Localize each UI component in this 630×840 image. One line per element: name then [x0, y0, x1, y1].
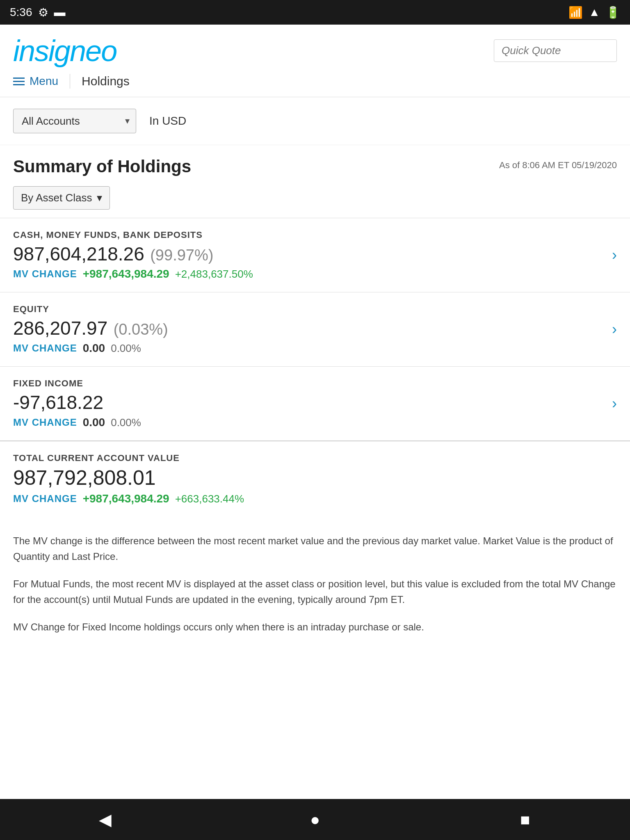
as-of-text: As of 8:06 AM ET 05/19/2020 [499, 157, 617, 171]
total-mv-row: MV CHANGE +987,643,984.29 +663,633.44% [13, 492, 617, 505]
wifi-icon: 📶 [568, 6, 583, 19]
fixed-income-mv-row: MV CHANGE 0.00 0.00% [13, 416, 617, 429]
disclaimer-1: The MV change is the difference between … [13, 533, 617, 565]
quick-quote-input[interactable] [502, 44, 630, 57]
fixed-income-chevron-icon: › [612, 395, 617, 412]
cash-mv-pct: +2,483,637.50% [175, 268, 253, 281]
signal-icon: ▲ [589, 6, 600, 19]
quick-quote-box[interactable]: 🔍 [494, 39, 617, 62]
logo: insigneo [13, 36, 116, 66]
equity-mv-pct: 0.00% [111, 342, 141, 355]
settings-icon: ⚙ [38, 6, 48, 19]
back-button[interactable]: ◀ [89, 807, 121, 832]
equity-label: EQUITY [13, 304, 617, 315]
battery-icon: 🔋 [606, 6, 620, 19]
equity-mv-value: 0.00 [83, 342, 105, 355]
asset-class-button[interactable]: By Asset Class ▾ [13, 186, 110, 210]
header: insigneo 🔍 [0, 25, 630, 66]
cash-value: 987,604,218.26 [13, 243, 144, 265]
recent-button[interactable]: ■ [509, 807, 541, 832]
disclaimer-3: MV Change for Fixed Income holdings occu… [13, 619, 617, 635]
equity-value: 286,207.97 [13, 317, 107, 339]
nav-bar: Menu Holdings [0, 66, 630, 97]
equity-mv-row: MV CHANGE 0.00 0.00% [13, 342, 617, 355]
summary-header: Summary of Holdings As of 8:06 AM ET 05/… [0, 145, 630, 180]
menu-label: Menu [30, 75, 58, 88]
equity-chevron-icon: › [612, 321, 617, 338]
home-button[interactable]: ● [299, 807, 331, 832]
status-bar: 5:36 ⚙ ▬ 📶 ▲ 🔋 [0, 0, 630, 25]
cash-section[interactable]: CASH, MONEY FUNDS, BANK DEPOSITS 987,604… [0, 218, 630, 292]
disclaimer-2: For Mutual Funds, the most recent MV is … [13, 576, 617, 608]
total-mv-pct: +663,633.44% [175, 493, 244, 505]
cash-mv-label: MV CHANGE [13, 268, 77, 280]
account-select[interactable]: All Accounts [13, 109, 136, 133]
cash-value-row: 987,604,218.26 (99.97%) [13, 243, 617, 265]
account-row: All Accounts ▾ In USD [0, 97, 630, 145]
fixed-income-mv-pct: 0.00% [111, 416, 141, 429]
total-label: TOTAL CURRENT ACCOUNT VALUE [13, 453, 617, 463]
total-mv-label: MV CHANGE [13, 493, 77, 504]
total-section: TOTAL CURRENT ACCOUNT VALUE 987,792,808.… [0, 441, 630, 517]
fixed-income-label: FIXED INCOME [13, 378, 617, 389]
status-left: 5:36 ⚙ ▬ [10, 6, 66, 19]
status-right: 📶 ▲ 🔋 [568, 6, 620, 19]
asset-class-label: By Asset Class [21, 192, 92, 204]
summary-title: Summary of Holdings [13, 157, 191, 176]
cash-label: CASH, MONEY FUNDS, BANK DEPOSITS [13, 230, 617, 240]
bottom-nav: ◀ ● ■ [0, 799, 630, 840]
fixed-income-section[interactable]: FIXED INCOME -97,618.22 MV CHANGE 0.00 0… [0, 366, 630, 441]
hamburger-icon [13, 78, 25, 85]
asset-class-chevron-icon: ▾ [97, 192, 102, 204]
fixed-income-mv-value: 0.00 [83, 416, 105, 429]
fixed-income-value-row: -97,618.22 [13, 391, 617, 413]
cash-pct: (99.97%) [150, 247, 213, 264]
menu-button[interactable]: Menu [13, 75, 58, 88]
equity-value-row: 286,207.97 (0.03%) [13, 317, 617, 339]
equity-section[interactable]: EQUITY 286,207.97 (0.03%) MV CHANGE 0.00… [0, 292, 630, 366]
nav-holdings-label: Holdings [82, 74, 130, 88]
nav-divider [70, 74, 70, 89]
asset-class-row: By Asset Class ▾ [0, 180, 630, 218]
total-value: 987,792,808.01 [13, 466, 617, 490]
equity-pct: (0.03%) [114, 321, 168, 338]
account-select-wrapper[interactable]: All Accounts ▾ [13, 109, 136, 133]
cash-chevron-icon: › [612, 247, 617, 264]
cash-mv-row: MV CHANGE +987,643,984.29 +2,483,637.50% [13, 267, 617, 281]
fixed-income-value: -97,618.22 [13, 392, 103, 413]
sim-icon: ▬ [54, 6, 66, 19]
cash-mv-value: +987,643,984.29 [83, 267, 169, 281]
disclaimer-section: The MV change is the difference between … [0, 517, 630, 651]
equity-mv-label: MV CHANGE [13, 342, 77, 354]
total-mv-value: +987,643,984.29 [83, 492, 169, 505]
fixed-income-mv-label: MV CHANGE [13, 417, 77, 428]
currency-label: In USD [149, 114, 186, 128]
status-time: 5:36 [10, 6, 32, 19]
